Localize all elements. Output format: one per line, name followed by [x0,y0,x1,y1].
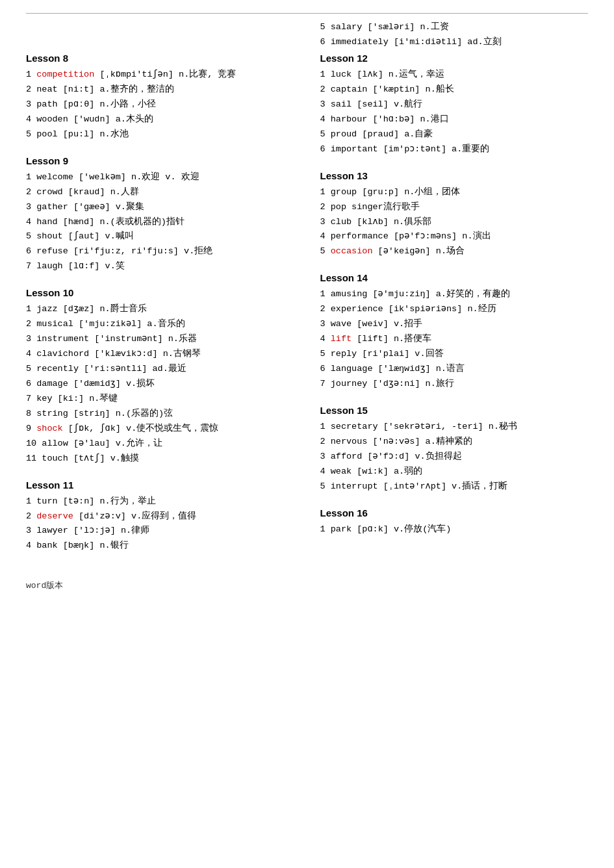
list-item: 2 neat [ni:t] a.整齐的，整洁的 [26,83,294,97]
list-item: 1 luck [lʌk] n.运气，幸运 [320,68,589,83]
lesson-title: Lesson 13 [320,170,589,181]
list-item: 3 path [pɑːθ] n.小路，小径 [26,97,294,112]
list-item: 9 shock [ʃɒk, ʃɑk] v.使不悦或生气，震惊 [26,422,294,437]
lesson-section: Lesson 161 park [pɑ:k] v.停放(汽车) [320,507,589,537]
lesson-title: Lesson 15 [320,405,589,416]
list-item: 7 key [ki:] n.琴键 [26,392,294,407]
list-item: 2 musical ['mju:zikəl] a.音乐的 [26,317,294,332]
list-item: 3 gather ['gæeə] v.聚集 [26,200,294,215]
list-item: 2 captain ['kæptin] n.船长 [320,83,589,97]
lesson-title: Lesson 11 [26,479,294,491]
right-top-items: 5 salary ['sæləri] n.工资6 immediately [i'… [320,20,589,53]
list-item: 3 sail [seil] v.航行 [320,97,589,112]
list-item: 5 salary ['sæləri] n.工资 [320,20,589,35]
list-item: 8 string [striŋ] n.(乐器的)弦 [26,407,294,422]
right-column: Lesson 121 luck [lʌk] n.运气，幸运2 captain [… [320,53,589,567]
list-item: 6 refuse [ri'fju:z, ri'fju:s] v.拒绝 [26,244,294,259]
list-item: 4 hand [hænd] n.(表或机器的)指针 [26,215,294,230]
lesson-section: Lesson 101 jazz [dʒæz] n.爵士音乐2 musical [… [26,287,294,466]
list-item: 2 crowd [kraud] n.人群 [26,185,294,200]
lesson-title: Lesson 8 [26,53,294,64]
list-item: 3 wave [weiv] v.招手 [320,317,589,332]
list-item: 6 immediately [i'mi:diətli] ad.立刻 [320,35,589,50]
list-item: 4 performance [pə'fɔ:məns] n.演出 [320,229,589,244]
lesson-title: Lesson 14 [320,272,589,283]
list-item: 6 important [im'pɔ:tənt] a.重要的 [320,142,589,157]
list-item: 1 park [pɑ:k] v.停放(汽车) [320,522,589,537]
list-item: 2 nervous ['nə:vəs] a.精神紧的 [320,435,589,450]
list-item: 11 touch [tʌtʃ] v.触摸 [26,452,294,466]
lesson-title: Lesson 10 [26,287,294,298]
list-item: 1 jazz [dʒæz] n.爵士音乐 [26,302,294,317]
footer: word版本 [26,580,588,591]
list-item: 7 laugh [lɑ:f] v.笑 [26,259,294,274]
list-item: 4 clavichord ['klævikɔ:d] n.古钢琴 [26,347,294,362]
lesson-title: Lesson 16 [320,507,589,518]
list-item: 2 experience [ik'spiəriəns] n.经历 [320,302,589,317]
list-item: 1 turn [tə:n] n.行为，举止 [26,494,294,509]
list-item: 5 pool [pu:l] n.水池 [26,127,294,142]
list-item: 4 harbour ['hɑ:bə] n.港口 [320,112,589,127]
list-item: 1 amusing [ə'mju:ziŋ] a.好笑的，有趣的 [320,287,589,302]
list-item: 5 proud [praud] a.自豪 [320,127,589,142]
list-item: 5 reply [ri'plai] v.回答 [320,347,589,362]
list-item: 5 recently ['ri:səntli] ad.最近 [26,362,294,377]
lesson-section: Lesson 141 amusing [ə'mju:ziŋ] a.好笑的，有趣的… [320,272,589,392]
list-item: 2 pop singer流行歌手 [320,200,589,215]
list-item: 1 secretary ['sekrətəri, -teri] n.秘书 [320,420,589,435]
lesson-section: Lesson 81 competition [ˌkɒmpi'tiʃən] n.比… [26,53,294,142]
list-item: 4 wooden ['wudn] a.木头的 [26,112,294,127]
lesson-title: Lesson 9 [26,155,294,166]
list-item: 5 shout [ʃaut] v.喊叫 [26,229,294,244]
list-item: 6 damage ['dæmidʒ] v.损坏 [26,377,294,392]
left-spacer [26,20,294,53]
list-item: 5 occasion [ə'keigən] n.场合 [320,244,589,259]
lesson-section: Lesson 151 secretary ['sekrətəri, -teri]… [320,405,589,494]
list-item: 6 language ['læŋwidʒ] n.语言 [320,362,589,377]
list-item: 3 instrument ['instrumənt] n.乐器 [26,332,294,347]
list-item: 3 lawyer ['lɔ:jə] n.律师 [26,524,294,539]
list-item: 4 bank [bæŋk] n.银行 [26,539,294,554]
lesson-title: Lesson 12 [320,53,589,64]
list-item: 2 deserve [di'zə:v] v.应得到，值得 [26,509,294,524]
list-item: 1 welcome ['welkəm] n.欢迎 v. 欢迎 [26,170,294,185]
list-item: 7 journey ['dʒə:ni] n.旅行 [320,377,589,392]
lesson-section: Lesson 111 turn [tə:n] n.行为，举止2 deserve … [26,479,294,554]
list-item: 3 afford [ə'fɔ:d] v.负担得起 [320,450,589,465]
list-item: 1 competition [ˌkɒmpi'tiʃən] n.比赛, 竞赛 [26,68,294,83]
lesson-section: Lesson 131 group [gru:p] n.小组，团体2 pop si… [320,170,589,260]
lesson-section: Lesson 91 welcome ['welkəm] n.欢迎 v. 欢迎2 … [26,155,294,275]
list-item: 10 allow [ə'lau] v.允许，让 [26,437,294,452]
list-item: 1 group [gru:p] n.小组，团体 [320,185,589,200]
lesson-section: Lesson 121 luck [lʌk] n.运气，幸运2 captain [… [320,53,589,157]
list-item: 4 lift [lift] n.搭便车 [320,332,589,347]
left-column: Lesson 81 competition [ˌkɒmpi'tiʃən] n.比… [26,53,294,567]
top-divider [26,13,588,14]
list-item: 4 weak [wi:k] a.弱的 [320,465,589,479]
list-item: 5 interrupt [ˌintə'rʌpt] v.插话，打断 [320,479,589,494]
list-item: 3 club [klʌb] n.俱乐部 [320,215,589,230]
